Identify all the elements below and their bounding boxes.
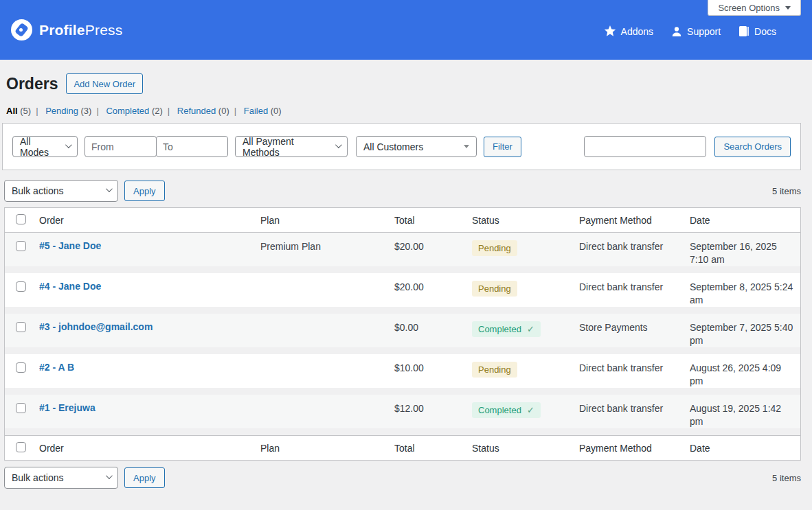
tab-all-count: (5) bbox=[20, 106, 31, 116]
row-checkbox[interactable] bbox=[16, 403, 26, 413]
tab-completed-label: Completed bbox=[106, 106, 149, 116]
status-cell: Completed✓ bbox=[465, 402, 572, 418]
order-cell: #4 - Jane Doe bbox=[32, 281, 253, 292]
tab-pending[interactable]: Pending (3) bbox=[45, 106, 91, 116]
bulk-actions-select[interactable]: Bulk actions bbox=[4, 467, 118, 489]
bulk-actions-select[interactable]: Bulk actions bbox=[4, 180, 118, 202]
tab-separator: | bbox=[36, 106, 38, 116]
mode-select[interactable]: All Modes bbox=[12, 136, 78, 157]
top-nav: Addons Support Docs bbox=[604, 25, 776, 37]
tab-failed[interactable]: Failed (0) bbox=[244, 106, 282, 116]
nav-addons-link[interactable]: Addons bbox=[604, 25, 653, 37]
order-link[interactable]: #5 - Jane Doe bbox=[39, 240, 101, 251]
status-badge: Pending bbox=[472, 240, 517, 256]
apply-button[interactable]: Apply bbox=[124, 181, 165, 201]
search-orders-button[interactable]: Search Orders bbox=[714, 137, 791, 157]
date-value: September 16, 2025 7:10 am bbox=[690, 241, 777, 265]
order-link[interactable]: #2 - A B bbox=[39, 362, 74, 373]
row-checkbox[interactable] bbox=[16, 281, 26, 292]
mode-select-value: All Modes bbox=[20, 136, 58, 158]
order-link[interactable]: #3 - johndoe@gmail.com bbox=[39, 321, 153, 332]
search-orders-input[interactable] bbox=[584, 136, 706, 157]
status-filter-tabs: All (5)| Pending (3)| Completed (2)| Ref… bbox=[6, 106, 801, 116]
items-count: 5 items bbox=[772, 473, 801, 483]
column-header-payment-method: Payment Method bbox=[572, 215, 683, 226]
tab-separator: | bbox=[168, 106, 170, 116]
column-header-order[interactable]: Order bbox=[32, 215, 253, 226]
payment-method-value: Direct bank transfer bbox=[579, 403, 663, 414]
tab-refunded[interactable]: Refunded (0) bbox=[177, 106, 229, 116]
total-cell: $20.00 bbox=[387, 240, 465, 253]
column-header-date: Date bbox=[683, 215, 800, 226]
filter-button[interactable]: Filter bbox=[484, 137, 521, 157]
payment-method-cell: Direct bank transfer bbox=[572, 240, 683, 253]
tab-all[interactable]: All (5) bbox=[6, 106, 31, 116]
tab-completed[interactable]: Completed (2) bbox=[106, 106, 162, 116]
table-header-row: Order Plan Total Status Payment Method D… bbox=[5, 208, 800, 233]
row-checkbox[interactable] bbox=[16, 362, 26, 373]
date-cell: August 26, 2025 4:09 pm bbox=[683, 362, 800, 388]
select-all-checkbox[interactable] bbox=[16, 214, 26, 224]
tab-separator: | bbox=[234, 106, 236, 116]
status-badge: Completed✓ bbox=[472, 402, 541, 418]
star-icon bbox=[604, 25, 616, 37]
status-cell: Pending bbox=[465, 362, 572, 378]
profilepress-logo-icon bbox=[11, 19, 32, 40]
screen-options-button[interactable]: Screen Options bbox=[708, 0, 801, 16]
row-checkbox[interactable] bbox=[16, 241, 26, 251]
tab-refunded-count: (0) bbox=[218, 106, 229, 116]
bulk-actions-value: Bulk actions bbox=[12, 472, 63, 483]
column-footer-payment-method: Payment Method bbox=[572, 443, 683, 454]
chevron-down-icon bbox=[785, 6, 791, 10]
status-cell: Completed✓ bbox=[465, 321, 572, 337]
person-icon bbox=[671, 26, 682, 37]
column-footer-order[interactable]: Order bbox=[32, 443, 253, 454]
nav-support-link[interactable]: Support bbox=[671, 26, 721, 37]
nav-support-label: Support bbox=[687, 26, 721, 37]
apply-button[interactable]: Apply bbox=[124, 467, 165, 488]
table-row: #3 - johndoe@gmail.com$0.00Completed✓Sto… bbox=[5, 314, 800, 354]
select-all-checkbox[interactable] bbox=[16, 442, 26, 452]
column-footer-plan: Plan bbox=[253, 443, 387, 454]
table-row: #4 - Jane Doe$20.00PendingDirect bank tr… bbox=[5, 273, 800, 314]
column-header-total: Total bbox=[387, 215, 465, 226]
order-link[interactable]: #1 - Erejuwa bbox=[39, 402, 95, 413]
brand-regular: Press bbox=[85, 22, 123, 38]
bulk-actions-value: Bulk actions bbox=[12, 185, 63, 196]
payment-method-value: Direct bank transfer bbox=[579, 362, 663, 373]
payment-method-value: Direct bank transfer bbox=[579, 241, 663, 252]
row-checkbox-cell bbox=[5, 362, 32, 375]
date-from-input[interactable] bbox=[84, 136, 157, 157]
order-cell: #1 - Erejuwa bbox=[32, 402, 253, 413]
logo-dot bbox=[19, 28, 23, 32]
nav-docs-link[interactable]: Docs bbox=[738, 25, 776, 37]
tab-completed-count: (2) bbox=[152, 106, 163, 116]
total-cell: $0.00 bbox=[387, 321, 465, 334]
title-row: Orders Add New Order bbox=[6, 73, 801, 94]
orders-table: Order Plan Total Status Payment Method D… bbox=[4, 207, 801, 461]
payment-method-value: Store Payments bbox=[579, 322, 648, 333]
add-new-order-button[interactable]: Add New Order bbox=[66, 73, 143, 94]
payment-method-cell: Direct bank transfer bbox=[572, 362, 683, 375]
nav-addons-label: Addons bbox=[621, 26, 653, 37]
total-value: $20.00 bbox=[394, 241, 424, 252]
tab-pending-label: Pending bbox=[45, 106, 78, 116]
chevron-down-icon bbox=[106, 185, 113, 192]
row-checkbox[interactable] bbox=[16, 322, 26, 332]
brand-bold: Profile bbox=[39, 22, 85, 38]
total-cell: $12.00 bbox=[387, 402, 465, 415]
customer-select[interactable]: All Customers bbox=[356, 136, 477, 157]
check-icon: ✓ bbox=[527, 405, 534, 415]
total-value: $10.00 bbox=[394, 362, 424, 373]
total-cell: $20.00 bbox=[387, 281, 465, 294]
tab-failed-label: Failed bbox=[244, 106, 268, 116]
date-cell: September 8, 2025 5:24 am bbox=[683, 281, 800, 307]
screen-options-label: Screen Options bbox=[718, 3, 780, 13]
order-link[interactable]: #4 - Jane Doe bbox=[39, 281, 101, 292]
payment-method-select[interactable]: All Payment Methods bbox=[235, 136, 348, 157]
status-badge: Pending bbox=[472, 281, 517, 297]
date-to-input[interactable] bbox=[156, 136, 228, 157]
tablenav-bottom: Bulk actions Apply 5 items bbox=[4, 467, 801, 489]
order-cell: #5 - Jane Doe bbox=[32, 240, 253, 251]
payment-method-select-value: All Payment Methods bbox=[243, 136, 328, 158]
